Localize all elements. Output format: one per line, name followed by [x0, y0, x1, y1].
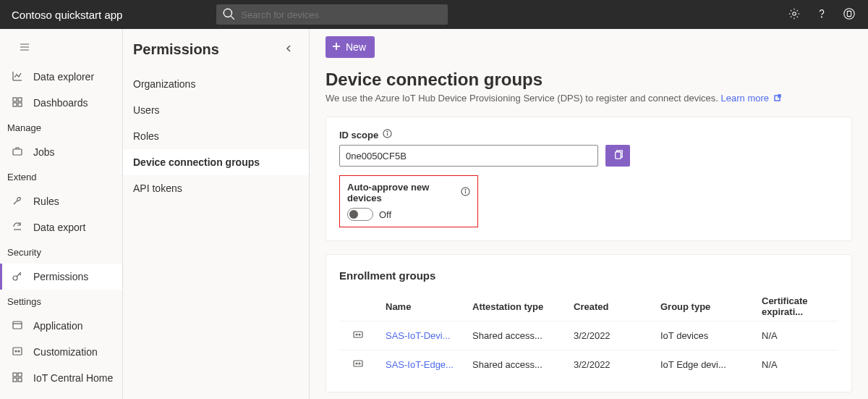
- subnav-organizations[interactable]: Organizations: [123, 71, 309, 97]
- nav-application[interactable]: Application: [0, 313, 122, 339]
- col-attestation[interactable]: Attestation type: [472, 301, 574, 312]
- group-icon: [339, 329, 371, 343]
- copy-id-scope-button[interactable]: [605, 145, 630, 167]
- auto-approve-label-row: Auto-approve new devices: [347, 182, 470, 203]
- nav-iot-central-home[interactable]: IoT Central Home: [0, 365, 122, 391]
- enrollment-groups-title: Enrollment groups: [339, 266, 838, 292]
- export-icon: [12, 221, 23, 235]
- page-subtext-text: We use the Azure IoT Hub Device Provisio…: [326, 93, 721, 104]
- table-row[interactable]: SAS-IoT-Devi... Shared access... 3/2/202…: [339, 321, 838, 350]
- nav-label: Customization: [33, 346, 98, 358]
- subnav-device-connection-groups[interactable]: Device connection groups: [123, 149, 309, 175]
- svg-point-36: [356, 334, 357, 335]
- svg-point-18: [15, 350, 17, 352]
- row-cert: N/A: [762, 330, 848, 341]
- info-icon[interactable]: [383, 129, 392, 140]
- svg-rect-15: [13, 322, 22, 329]
- col-grouptype[interactable]: Group type: [660, 301, 762, 312]
- auto-approve-toggle[interactable]: [347, 208, 373, 221]
- gear-icon: [788, 7, 801, 22]
- subnav-collapse[interactable]: [278, 39, 299, 59]
- subnav-label: Users: [133, 104, 160, 116]
- nav-label: Application: [33, 320, 83, 332]
- nav-data-explorer[interactable]: Data explorer: [0, 64, 122, 90]
- nav-label: Jobs: [33, 146, 55, 158]
- col-name[interactable]: Name: [371, 301, 472, 312]
- app-icon: [12, 319, 23, 333]
- nav-customization[interactable]: Customization: [0, 339, 122, 365]
- col-created[interactable]: Created: [574, 301, 660, 312]
- settings-button[interactable]: [787, 7, 801, 22]
- svg-rect-35: [354, 332, 362, 337]
- table-row[interactable]: SAS-IoT-Edge... Shared access... 3/2/202…: [339, 350, 838, 379]
- row-grouptype: IoT Edge devi...: [660, 359, 762, 370]
- connection-settings-card: ID scope Auto-approve new devices: [326, 117, 852, 241]
- nav-label: Dashboards: [33, 97, 88, 109]
- nav-label: Data export: [33, 222, 85, 233]
- search-input[interactable]: [241, 9, 442, 20]
- nav-data-export[interactable]: Data export: [0, 214, 122, 240]
- search-icon: [222, 7, 241, 22]
- left-nav: Data explorer Dashboards Manage Jobs Ext…: [0, 29, 123, 399]
- auto-approve-label: Auto-approve new devices: [347, 182, 456, 203]
- subnav-label: Organizations: [133, 78, 195, 90]
- subnav-roles[interactable]: Roles: [123, 123, 309, 149]
- learn-more-label: Learn more: [721, 93, 769, 104]
- svg-point-19: [18, 350, 20, 352]
- nav-label: Rules: [33, 196, 59, 207]
- enrollment-groups-card: Enrollment groups Name Attestation type …: [326, 254, 852, 392]
- row-name-link[interactable]: SAS-IoT-Edge...: [371, 359, 472, 370]
- row-cert: N/A: [762, 359, 848, 370]
- svg-point-39: [356, 363, 357, 364]
- svg-point-2: [793, 12, 796, 15]
- subnav-api-tokens[interactable]: API tokens: [123, 175, 309, 201]
- new-button[interactable]: New: [326, 36, 375, 58]
- id-scope-input[interactable]: [339, 145, 598, 167]
- row-name-link[interactable]: SAS-IoT-Devi...: [371, 330, 472, 341]
- palette-icon: [12, 345, 23, 359]
- chevron-left-icon: [284, 43, 293, 55]
- row-grouptype: IoT devices: [660, 330, 762, 341]
- nav-toggle[interactable]: [12, 38, 38, 58]
- svg-rect-17: [13, 348, 22, 355]
- svg-line-1: [231, 16, 235, 20]
- svg-rect-21: [18, 373, 22, 377]
- nav-permissions[interactable]: Permissions: [0, 264, 122, 290]
- svg-rect-10: [18, 98, 22, 101]
- page-title: Device connection groups: [326, 70, 852, 90]
- nav-dashboards[interactable]: Dashboards: [0, 90, 122, 116]
- table-header: Name Attestation type Created Group type…: [339, 292, 838, 321]
- nav-section-settings: Settings: [0, 290, 122, 313]
- nav-section-extend: Extend: [0, 165, 122, 188]
- svg-point-37: [359, 334, 360, 335]
- info-icon[interactable]: [461, 187, 470, 198]
- new-button-label: New: [346, 41, 366, 53]
- sub-nav: Permissions Organizations Users Roles De…: [123, 29, 310, 399]
- row-attestation: Shared access...: [472, 330, 574, 341]
- row-attestation: Shared access...: [472, 359, 574, 370]
- nav-rules[interactable]: Rules: [0, 188, 122, 214]
- page-subtext: We use the Azure IoT Hub Device Provisio…: [326, 93, 852, 104]
- svg-rect-38: [354, 361, 362, 366]
- subnav-users[interactable]: Users: [123, 97, 309, 123]
- help-button[interactable]: [814, 7, 829, 22]
- feedback-button[interactable]: [842, 7, 856, 22]
- subnav-label: Roles: [133, 130, 159, 142]
- col-cert[interactable]: Certificate expirati...: [762, 295, 848, 317]
- svg-point-34: [465, 189, 466, 190]
- learn-more-link[interactable]: Learn more: [721, 93, 782, 104]
- toggle-thumb: [349, 210, 358, 219]
- id-scope-label: ID scope: [339, 130, 378, 140]
- svg-point-4: [844, 8, 854, 18]
- svg-rect-13: [13, 149, 22, 155]
- clipboard-icon: [843, 7, 856, 22]
- row-created: 3/2/2022: [574, 359, 660, 370]
- auto-approve-highlight: Auto-approve new devices Off: [339, 175, 478, 227]
- svg-rect-23: [18, 378, 22, 382]
- wrench-icon: [12, 195, 23, 209]
- svg-rect-5: [847, 11, 851, 16]
- key-icon: [12, 270, 23, 284]
- nav-jobs[interactable]: Jobs: [0, 139, 122, 165]
- search-box[interactable]: [216, 4, 448, 25]
- grid-icon: [12, 96, 23, 110]
